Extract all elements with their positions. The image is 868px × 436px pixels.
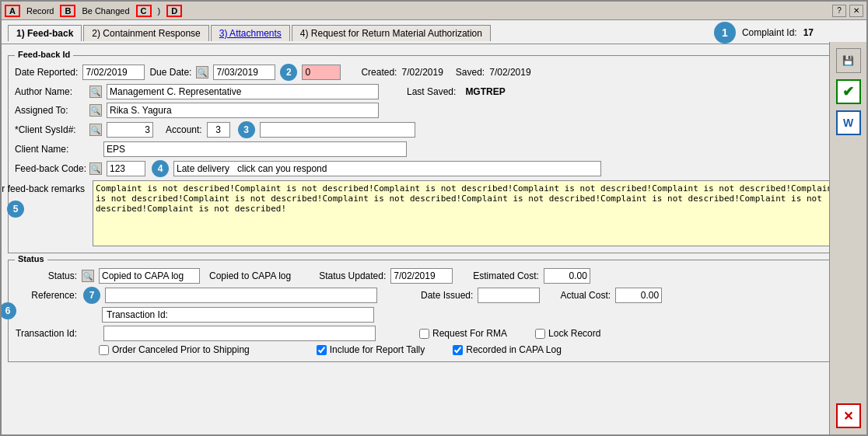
status-updated-label: Status Updated: [319,270,386,281]
reference-input[interactable] [105,288,377,303]
window-controls: ? ✕ [832,5,863,17]
word-icon: W [843,117,853,129]
client-name-input[interactable] [103,141,407,157]
status-input[interactable] [99,268,200,284]
status-search-icon[interactable]: 🔍 [82,270,94,282]
saved-label: Saved: [456,67,485,78]
word-button[interactable]: W [836,110,861,135]
status-label: Status: [15,270,77,281]
assigned-search-icon[interactable]: 🔍 [89,104,102,117]
author-row: Author Name: 🔍 Last Saved: MGTREP [15,84,853,99]
main-window: A Record B Be Changed C ) D ? ✕ 1) Feed-… [0,0,868,436]
badge-3: 3 [238,121,255,138]
feedback-code-row: Feed-back Code: 🔍 4 [15,160,853,177]
complaint-id-value: 17 [803,27,814,38]
tab-feedback[interactable]: 1) Feed-back [8,25,82,41]
author-input[interactable] [107,84,379,99]
close-button[interactable]: ✕ [849,5,863,17]
include-report-container: Include for Report Tally [317,344,425,355]
complaint-id-label: Complaint Id: [742,27,797,38]
feedback-code-desc-input[interactable] [173,161,601,176]
lock-record-container: Lock Record [535,328,600,339]
badge-7: 7 [83,287,100,304]
feedback-code-label: Feed-back Code: [15,163,85,174]
reference-label: Reference: [15,290,77,301]
order-canceled-label: Order Canceled Prior to Shipping [112,344,250,355]
actual-cost-label: Actual Cost: [560,290,611,301]
client-sysid-input[interactable] [107,122,153,138]
author-search-icon[interactable]: 🔍 [89,85,102,98]
dates-row: Date Reported: Due Date: 🔍 2 Created: 7/… [15,64,853,81]
saved-value: 7/02/2019 [489,67,530,78]
client-search-icon[interactable]: 🔍 [89,124,102,136]
account-label: Account: [166,124,202,135]
date-issued-input[interactable] [478,288,540,303]
request-rma-container: Request For RMA [419,328,507,339]
right-sidebar: 💾 ✔ W ✕ [829,44,866,434]
feedback-section-title: Feed-back Id [15,50,73,59]
tabs-bar: 1) Feed-back 2) Containment Response 3) … [2,20,866,44]
status-row3: Transaction Id: [15,307,853,323]
pink-field[interactable] [302,65,341,80]
label-d: D [166,5,182,17]
recorded-capa-label: Recorded in CAPA Log [466,344,562,355]
order-canceled-container: Order Canceled Prior to Shipping [99,344,250,355]
transaction-row: Transaction Id: Request For RMA Lock Rec… [15,326,853,341]
label-a: A [5,5,20,17]
order-canceled-checkbox[interactable] [99,345,109,355]
lock-record-checkbox[interactable] [535,329,545,339]
tab-attachments[interactable]: 3) Attachments [211,25,290,41]
help-button[interactable]: ? [832,5,846,17]
badge-2: 2 [280,64,297,81]
badge-1: 1 [714,22,736,44]
transaction-id-input[interactable] [103,326,376,341]
account-input[interactable] [207,122,230,138]
last-saved-value: MGTREP [465,86,505,97]
recorded-capa-checkbox[interactable] [453,345,463,355]
account-desc-input[interactable] [260,122,415,138]
status-row1: Status: 🔍 Copied to CAPA log Status Upda… [15,268,853,284]
transaction-label-left: Transaction Id: [107,309,168,320]
save-button[interactable]: 💾 [836,48,861,73]
status-row2: Reference: 7 Date Issued: Actual Cost: [15,287,853,304]
close-red-button[interactable]: ✕ [836,403,861,428]
date-issued-label: Date Issued: [421,290,473,301]
actual-cost-input[interactable] [615,288,662,303]
client-sysid-row: *Client SysId#: 🔍 Account: 3 [15,121,853,138]
client-sysid-label: *Client SysId#: [15,124,85,135]
include-report-checkbox[interactable] [317,345,327,355]
badge-5: 5 [7,201,24,218]
check-button[interactable]: ✔ [836,79,861,104]
due-date-search-icon[interactable]: 🔍 [196,66,208,78]
transaction-label: Transaction Id: [15,328,77,339]
request-rma-checkbox[interactable] [419,329,429,339]
last-saved-label: Last Saved: [407,86,456,97]
due-date-label: Due Date: [149,67,191,78]
feedback-code-search-icon[interactable]: 🔍 [89,162,102,175]
date-reported-input[interactable] [82,65,145,80]
status-updated-input[interactable] [390,268,453,284]
title-text: Record [26,6,54,16]
remarks-textarea[interactable] [93,180,853,246]
status-desc: Copied to CAPA log [209,270,291,281]
author-label: Author Name: [15,86,85,97]
badge-4: 4 [152,160,169,177]
tab-containment[interactable]: 2) Containment Response [83,25,208,41]
feedback-code-input[interactable] [107,161,145,176]
estimated-cost-input[interactable] [544,268,590,284]
request-rma-label: Request For RMA [432,328,507,339]
tab-rma[interactable]: 4) Request for Return Material Authoriza… [292,25,491,41]
due-date-input[interactable] [213,65,275,80]
feedback-section: Feed-back Id Date Reported: Due Date: 🔍 … [8,55,860,253]
main-content: Feed-back Id Date Reported: Due Date: 🔍 … [2,44,866,434]
assigned-input[interactable] [107,103,379,118]
client-name-row: Client Name: [15,141,853,157]
check-icon: ✔ [842,83,854,100]
status-section: Status 6 Status: 🔍 Copied to CAPA log St… [8,260,860,362]
remarks-row: Customer feed-back remarks 5 [15,180,853,246]
save-icon: 💾 [842,55,854,66]
assigned-row: Assigned To: 🔍 [15,103,853,118]
status-section-title: Status [15,254,47,263]
created-value: 7/02/2019 [401,67,443,78]
client-name-label: Client Name: [15,144,85,155]
